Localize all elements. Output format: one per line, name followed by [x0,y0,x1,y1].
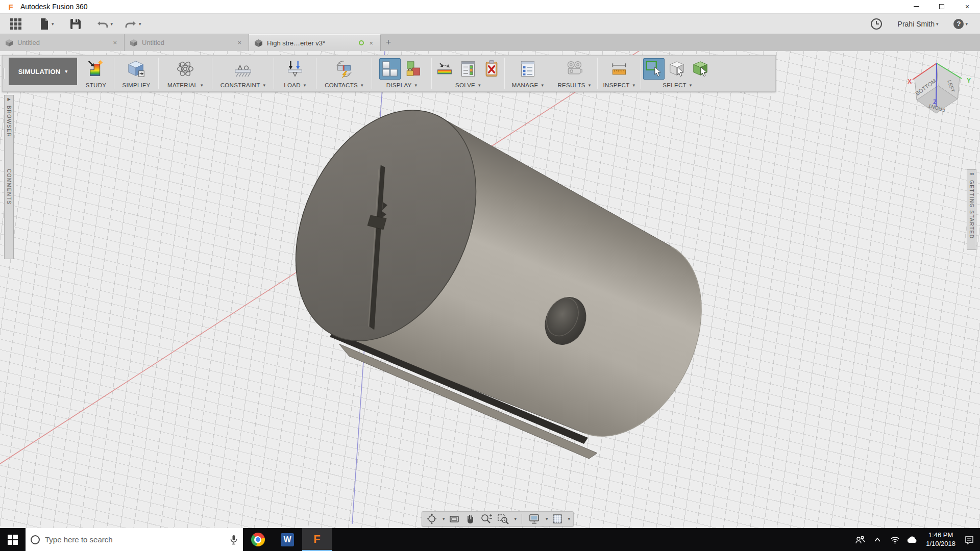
display-lock-button[interactable] [403,58,424,80]
taskbar-word-button[interactable]: W [273,528,302,551]
tab-high-stress-converter[interactable]: High stre…erter v3* × [249,34,381,51]
undo-button[interactable]: ▾ [93,16,116,32]
solve-gradient-button[interactable] [434,58,455,80]
account-menu-button[interactable]: Prahi Smith ▾ [895,16,942,32]
ribbon-divider [551,58,551,89]
results-button[interactable] [564,58,585,80]
caret-down-icon[interactable]: ▾ [514,516,517,521]
tab-untitled-1[interactable]: Untitled × [0,34,125,51]
file-menu-button[interactable]: ▾ [36,16,57,32]
tray-date: 1/10/2018 [926,540,955,548]
tab-close-icon[interactable]: × [111,39,119,46]
taskbar-search[interactable] [26,528,243,551]
caret-down-icon: ▾ [201,83,203,88]
group-label[interactable]: MANAGE [512,82,538,88]
expand-browser-icon[interactable]: ▶ [7,97,10,102]
taskbar-chrome-button[interactable] [243,528,273,551]
tray-clock[interactable]: 1:46 PM 1/10/2018 [922,531,960,548]
save-button[interactable] [66,16,85,32]
job-status-button[interactable] [867,16,886,32]
pan-button[interactable] [463,513,477,524]
load-button[interactable] [284,58,306,80]
solve-abort-icon [482,60,501,78]
display-settings-button[interactable] [527,513,542,524]
cloud-sync-status-icon[interactable] [359,40,364,45]
toolbar-grip[interactable] [4,56,7,91]
window-controls: × [903,0,980,13]
zoom-button[interactable] [479,513,494,524]
comments-panel-tab[interactable]: COMMENTS [6,169,12,205]
microphone-icon[interactable] [230,535,238,545]
caret-down-icon: ▾ [589,83,591,88]
simplify-button[interactable] [126,58,147,80]
view-cube[interactable]: BOTTOM LEFT FRONT X Y Z [904,60,976,121]
solve-abort-button[interactable] [481,58,502,80]
wifi-icon[interactable] [887,536,902,544]
browser-panel-tab[interactable]: BROWSER [6,106,12,137]
cylinder-model[interactable] [260,81,701,459]
group-label[interactable]: STUDY [86,82,106,88]
group-label[interactable]: RESULTS [557,82,585,88]
display-layout-button[interactable] [379,58,401,80]
tab-untitled-2[interactable]: Untitled × [125,34,249,51]
minimize-button[interactable] [903,0,929,13]
study-icon [86,59,106,79]
group-label[interactable]: SOLVE [455,82,475,88]
new-tab-button[interactable]: + [381,34,396,51]
onedrive-cloud-icon[interactable] [904,536,920,544]
close-button[interactable]: × [954,0,980,13]
material-button[interactable] [175,58,196,80]
inspect-button[interactable] [608,58,630,80]
caret-down-icon[interactable]: ▾ [139,21,141,27]
select-freeform-button[interactable] [667,58,688,80]
getting-started-panel-tab[interactable]: GETTING STARTED [969,180,974,239]
ribbon-group-inspect: INSPECT▾ [599,56,640,91]
study-button[interactable] [85,58,107,80]
start-button[interactable] [0,528,26,551]
action-center-icon[interactable] [962,535,977,544]
user-name: Prahi Smith [898,20,935,28]
group-label[interactable]: DISPLAY [386,82,412,88]
tray-time: 1:46 PM [926,531,955,539]
ribbon-group-load: LOAD▾ [275,56,315,91]
group-label[interactable]: INSPECT [603,82,630,88]
search-input[interactable] [45,535,225,544]
help-menu-button[interactable]: ? ▾ [950,16,971,32]
taskbar-fusion-button[interactable]: F [302,528,332,551]
ribbon-group-constraint: CONSTRAINT▾ [213,56,273,91]
look-at-button[interactable] [448,513,461,524]
caret-down-icon[interactable]: ▾ [546,516,548,521]
title-bar: F Autodesk Fusion 360 × [0,0,980,14]
group-label[interactable]: CONSTRAINT [220,82,260,88]
constraint-button[interactable] [232,58,254,80]
workspace-selector[interactable]: SIMULATION ▾ [9,58,77,85]
redo-button[interactable]: ▾ [121,16,144,32]
group-label[interactable]: LOAD [284,82,301,88]
caret-down-icon[interactable]: ▾ [443,516,445,521]
show-hidden-icons-chevron[interactable] [870,536,885,543]
tab-close-icon[interactable]: × [367,39,375,47]
select-paint-button[interactable] [690,58,712,80]
solve-settings-button[interactable] [457,58,479,80]
group-label[interactable]: SIMPLIFY [122,82,151,88]
people-icon[interactable] [852,535,868,544]
solve-gradient-icon [435,60,454,78]
group-label[interactable]: MATERIAL [167,82,198,88]
caret-down-icon[interactable]: ▾ [111,21,113,27]
model-scene[interactable] [0,51,980,528]
grid-settings-button[interactable] [551,513,564,524]
group-label[interactable]: CONTACTS [325,82,358,88]
collapse-getting-started-icon[interactable]: ◂◂ [969,172,973,176]
zoom-window-button[interactable] [496,513,510,524]
select-window-button[interactable] [643,58,665,80]
group-label[interactable]: SELECT [663,82,687,88]
tab-close-icon[interactable]: × [235,39,243,46]
show-panels-button[interactable] [0,16,24,32]
orbit-button[interactable] [425,513,438,524]
caret-down-icon[interactable]: ▾ [568,516,571,521]
orbit-icon [426,513,437,524]
contacts-button[interactable] [333,58,355,80]
3d-viewport[interactable]: SIMULATION ▾ STUDY [0,51,980,528]
maximize-button[interactable] [929,0,954,13]
manage-button[interactable] [517,58,538,80]
